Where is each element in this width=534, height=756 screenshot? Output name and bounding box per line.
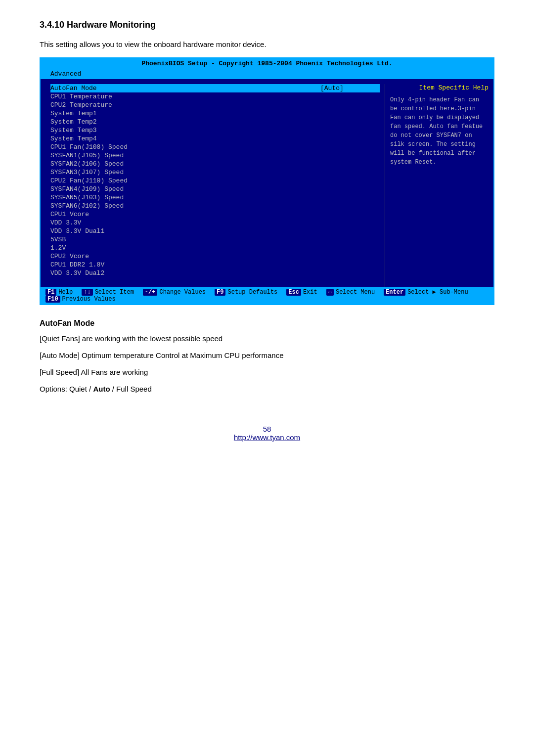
bios-row-label: SYSFAN4(J109) Speed xyxy=(50,185,320,193)
bios-help-col: Item Specific Help Only 4-pin header Fan… xyxy=(385,84,493,287)
bios-footer-item: EnterSelect ▶ Sub-Menu xyxy=(384,288,468,296)
bios-row[interactable]: System Temp3 xyxy=(50,126,380,134)
bios-row-value: [Auto] xyxy=(320,85,380,92)
bios-main-col: AutoFan Mode[Auto]CPU1 TemperatureCPU2 T… xyxy=(41,84,385,287)
desc-para-options: Options: Quiet / Auto / Full Speed xyxy=(40,383,494,395)
bios-footer: F1Help↑↓Select Item-/+Change ValuesF9Set… xyxy=(41,287,493,304)
bios-footer-label: Select ▶ Sub-Menu xyxy=(407,288,468,296)
bios-row[interactable]: SYSFAN3(J107) Speed xyxy=(50,168,380,177)
autofan-heading: AutoFan Mode xyxy=(40,319,494,328)
bios-footer-item: F10Previous Values xyxy=(45,296,116,303)
bios-row-label: CPU2 Vcore xyxy=(50,253,320,260)
bios-row-label: CPU2 Temperature xyxy=(50,101,320,109)
bios-row-label: SYSFAN5(J103) Speed xyxy=(50,194,320,201)
bios-row-label: System Temp1 xyxy=(50,110,320,117)
bios-row-label: CPU1 Fan(J108) Speed xyxy=(50,143,320,151)
bios-row-label: CPU1 Vcore xyxy=(50,211,320,218)
bios-row[interactable]: VDD 3.3V Dual1 xyxy=(50,227,380,235)
bios-row[interactable]: SYSFAN5(J103) Speed xyxy=(50,193,380,202)
bios-footer-label: Select Item xyxy=(95,289,134,296)
bios-row[interactable]: CPU2 Vcore xyxy=(50,252,380,261)
bios-row[interactable]: 5VSB xyxy=(50,235,380,244)
bios-row[interactable]: System Temp4 xyxy=(50,134,380,143)
desc-para-2: [Auto Mode] Optimum temperature Control … xyxy=(40,350,494,361)
bios-footer-label: Exit xyxy=(303,289,317,296)
bios-row[interactable]: CPU1 Fan(J108) Speed xyxy=(50,143,380,151)
bios-row-label: CPU1 Temperature xyxy=(50,93,320,100)
bios-row-label: System Temp4 xyxy=(50,135,320,142)
bios-row-label: 1.2V xyxy=(50,244,320,252)
bios-footer-label: Change Values xyxy=(159,289,206,296)
bios-row[interactable]: 1.2V xyxy=(50,244,380,252)
bios-row[interactable]: CPU2 Fan(J110) Speed xyxy=(50,177,380,185)
bios-help-title: Item Specific Help xyxy=(390,84,489,91)
bios-row-label: SYSFAN6(J102) Speed xyxy=(50,202,320,210)
desc-para-1: [Quiet Fans] are working with the lowest… xyxy=(40,333,494,345)
bios-row[interactable]: SYSFAN4(J109) Speed xyxy=(50,185,380,193)
bios-footer-label: Previous Values xyxy=(62,296,116,303)
bios-screenshot: PhoenixBIOS Setup - Copyright 1985-2004 … xyxy=(40,57,494,305)
bios-row-label: VDD 3.3V xyxy=(50,219,320,226)
bios-row[interactable]: SYSFAN1(J105) Speed xyxy=(50,151,380,160)
bios-footer-item: F1Help xyxy=(45,288,73,296)
bold-auto: Auto xyxy=(93,385,110,393)
bios-row-label: System Temp3 xyxy=(50,127,320,134)
bios-footer-item: ↔Select Menu xyxy=(326,288,375,296)
bios-row-label: System Temp2 xyxy=(50,118,320,126)
bios-footer-label: Setup Defaults xyxy=(227,289,277,296)
bios-footer-key: F1 xyxy=(45,289,56,296)
desc-section: AutoFan Mode [Quiet Fans] are working wi… xyxy=(40,319,494,395)
bios-footer-label: Help xyxy=(58,289,73,296)
bios-row[interactable]: System Temp1 xyxy=(50,109,380,118)
bios-row-label: CPU2 Fan(J110) Speed xyxy=(50,177,320,184)
bios-row[interactable]: CPU2 Temperature xyxy=(50,101,380,109)
footer-url[interactable]: http://www.tyan.com xyxy=(234,433,300,442)
bios-row-label: SYSFAN2(J106) Speed xyxy=(50,160,320,168)
bios-row[interactable]: CPU1 DDR2 1.8V xyxy=(50,261,380,269)
bios-row-label: AutoFan Mode xyxy=(50,85,320,92)
bios-footer-item: -/+Change Values xyxy=(143,288,206,296)
bios-footer-item: F9Setup Defaults xyxy=(215,288,277,296)
bios-footer-key: Esc xyxy=(286,289,301,296)
bios-row[interactable]: System Temp2 xyxy=(50,118,380,126)
bios-help-text: Only 4-pin header Fan can be controlled … xyxy=(390,95,489,167)
section-title: 3.4.10 Hardware Monitoring xyxy=(40,20,494,30)
bios-row[interactable]: CPU1 Vcore xyxy=(50,210,380,219)
bios-row-label: VDD 3.3V Dual2 xyxy=(50,269,320,277)
intro-text: This setting allows you to view the onbo… xyxy=(40,40,494,48)
bios-row-label: SYSFAN1(J105) Speed xyxy=(50,152,320,159)
bios-footer-key: Enter xyxy=(384,289,405,296)
bios-row-label: CPU1 DDR2 1.8V xyxy=(50,261,320,268)
page-number: 58 xyxy=(40,425,494,433)
bios-footer-key: ↔ xyxy=(326,289,334,296)
bios-row[interactable]: AutoFan Mode[Auto] xyxy=(50,84,380,92)
bios-row-label: 5VSB xyxy=(50,236,320,243)
bios-footer-key: F9 xyxy=(215,289,225,296)
bios-footer-key: F10 xyxy=(45,296,60,303)
bios-footer-key: ↑↓ xyxy=(82,289,92,296)
bios-body: AutoFan Mode[Auto]CPU1 TemperatureCPU2 T… xyxy=(41,79,493,287)
bios-menu-bar[interactable]: Advanced xyxy=(41,69,493,79)
bios-row[interactable]: CPU1 Temperature xyxy=(50,92,380,101)
bios-row[interactable]: SYSFAN6(J102) Speed xyxy=(50,202,380,210)
bios-footer-item: ↑↓Select Item xyxy=(82,288,134,296)
bios-footer-item: EscExit xyxy=(286,288,317,296)
page-footer: 58 http://www.tyan.com xyxy=(40,425,494,442)
bios-row[interactable]: VDD 3.3V Dual2 xyxy=(50,269,380,277)
bios-row[interactable]: VDD 3.3V xyxy=(50,219,380,227)
bios-title-bar: PhoenixBIOS Setup - Copyright 1985-2004 … xyxy=(41,58,493,69)
bios-row-label: SYSFAN3(J107) Speed xyxy=(50,169,320,176)
desc-para-3: [Full Speed] All Fans are working xyxy=(40,366,494,378)
bios-row[interactable]: SYSFAN2(J106) Speed xyxy=(50,160,380,168)
bios-footer-label: Select Menu xyxy=(336,289,375,296)
bios-footer-key: -/+ xyxy=(143,289,158,296)
bios-row-label: VDD 3.3V Dual1 xyxy=(50,227,320,235)
